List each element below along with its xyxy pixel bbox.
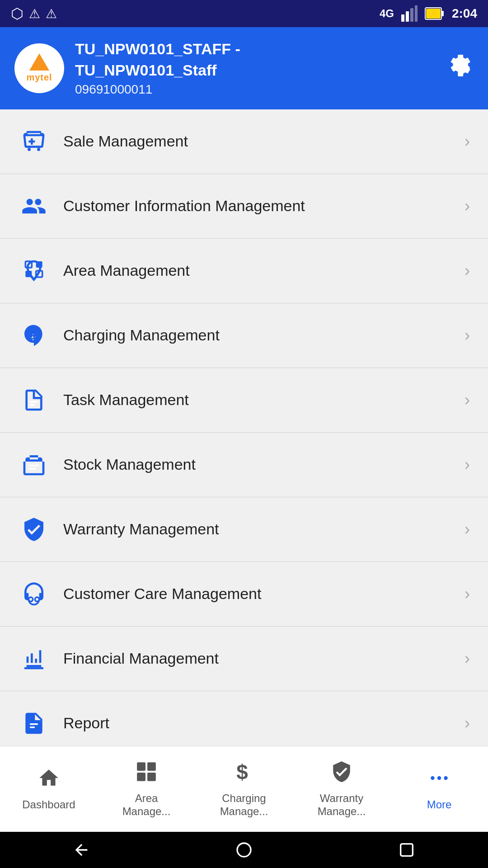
nav-warranty-icon	[330, 760, 353, 788]
svg-text:$: $	[28, 329, 35, 342]
financial-management-chevron: ›	[465, 649, 470, 668]
username-line2: TU_NPW0101_Staff	[75, 61, 240, 80]
network-indicator: 4G	[380, 7, 394, 20]
customer-care-label: Customer Care Management	[63, 585, 465, 603]
nav-area-label: AreaManage...	[122, 792, 171, 818]
svg-point-8	[37, 148, 40, 151]
area-management-label: Area Management	[63, 262, 465, 279]
svg-rect-11	[36, 261, 42, 268]
svg-rect-12	[25, 271, 32, 277]
android-nav	[0, 832, 488, 868]
svg-rect-5	[441, 11, 444, 16]
stock-management-label: Stock Management	[63, 456, 465, 473]
home-button[interactable]	[230, 836, 258, 863]
header-info: TU_NPW0101_STAFF - TU_NPW0101_Staff 0969…	[75, 40, 240, 97]
nav-more-label: More	[427, 798, 452, 811]
svg-rect-17	[28, 465, 39, 467]
task-management-chevron: ›	[465, 391, 470, 410]
menu-item-report[interactable]: Report ›	[0, 691, 488, 746]
nav-more-icon	[428, 767, 450, 795]
battery-icon: ⚡	[425, 5, 445, 22]
svg-point-29	[437, 776, 441, 780]
phone-number: 09691000011	[75, 82, 240, 97]
task-management-label: Task Management	[63, 391, 465, 409]
warning-icon-2: ⚠	[46, 6, 57, 21]
warranty-management-label: Warranty Management	[63, 520, 465, 538]
svg-rect-16	[30, 404, 35, 406]
nav-warranty-manage[interactable]: WarrantyManage...	[293, 753, 390, 826]
financial-management-label: Financial Management	[63, 650, 465, 667]
sale-management-icon	[18, 126, 50, 157]
svg-point-9	[28, 148, 31, 151]
nav-area-manage[interactable]: AreaManage...	[98, 753, 195, 826]
nav-charging-manage[interactable]: $ ChargingManage...	[195, 753, 293, 826]
menu-item-task-management[interactable]: Task Management ›	[0, 368, 488, 433]
task-management-icon	[18, 384, 50, 416]
menu-item-financial-management[interactable]: Financial Management ›	[0, 627, 488, 691]
menu-list: Sale Management › Customer Information M…	[0, 109, 488, 746]
warranty-management-icon	[18, 514, 50, 545]
svg-rect-0	[401, 14, 404, 22]
svg-point-31	[237, 843, 251, 857]
svg-rect-1	[406, 11, 409, 22]
menu-item-warranty-management[interactable]: Warranty Management ›	[0, 497, 488, 562]
logo: mytel	[14, 43, 64, 93]
menu-item-sale-management[interactable]: Sale Management ›	[0, 109, 488, 174]
svg-rect-3	[415, 5, 418, 22]
customer-information-label: Customer Information Management	[63, 197, 465, 215]
menu-item-charging-management[interactable]: $ Charging Management ›	[0, 303, 488, 368]
svg-rect-2	[410, 8, 413, 22]
app-header: mytel TU_NPW0101_STAFF - TU_NPW0101_Staf…	[0, 27, 488, 109]
charging-management-chevron: ›	[465, 326, 470, 345]
nav-dashboard-label: Dashboard	[22, 798, 75, 811]
username-line1: TU_NPW0101_STAFF -	[75, 40, 240, 58]
svg-rect-24	[147, 762, 156, 771]
svg-rect-15	[30, 401, 38, 403]
menu-item-customer-care[interactable]: Customer Care Management ›	[0, 562, 488, 627]
time-display: 2:04	[452, 6, 477, 21]
status-right: 4G ⚡ 2:04	[380, 5, 477, 22]
svg-rect-32	[401, 844, 413, 856]
svg-rect-25	[137, 773, 145, 781]
report-icon	[18, 708, 50, 739]
logo-triangle	[29, 53, 49, 71]
sale-management-label: Sale Management	[63, 132, 465, 150]
settings-button[interactable]	[446, 52, 474, 85]
status-icons: ⬡ ⚠ ⚠	[11, 5, 57, 22]
nav-charging-label: ChargingManage...	[220, 792, 268, 818]
nav-area-icon	[135, 760, 158, 788]
customer-information-icon	[18, 190, 50, 222]
home-icon	[38, 767, 60, 795]
svg-rect-26	[147, 773, 156, 781]
logo-text: mytel	[26, 72, 52, 83]
menu-item-area-management[interactable]: Area Management ›	[0, 239, 488, 303]
menu-item-stock-management[interactable]: Stock Management ›	[0, 433, 488, 497]
bottom-nav: Dashboard AreaManage... $ ChargingManage…	[0, 746, 488, 832]
nav-more[interactable]: More	[390, 760, 488, 819]
charging-management-icon: $	[18, 320, 50, 351]
svg-text:⚡: ⚡	[428, 10, 436, 18]
app-icon: ⬡	[11, 5, 23, 22]
svg-rect-22	[30, 726, 35, 728]
financial-management-icon	[18, 643, 50, 675]
back-button[interactable]	[68, 836, 95, 863]
sale-management-chevron: ›	[465, 132, 470, 151]
report-chevron: ›	[465, 714, 470, 733]
stock-management-icon	[18, 449, 50, 481]
warranty-management-chevron: ›	[465, 520, 470, 539]
svg-text:$: $	[236, 760, 248, 783]
stock-management-chevron: ›	[465, 455, 470, 474]
recents-button[interactable]	[393, 836, 420, 863]
report-label: Report	[63, 714, 465, 732]
svg-rect-23	[137, 762, 145, 771]
nav-charging-icon: $	[233, 760, 255, 788]
signal-icon	[401, 5, 418, 22]
nav-dashboard[interactable]: Dashboard	[0, 760, 98, 819]
nav-warranty-label: WarrantyManage...	[318, 792, 366, 818]
menu-item-customer-information[interactable]: Customer Information Management ›	[0, 174, 488, 239]
svg-rect-18	[28, 468, 36, 470]
charging-management-label: Charging Management	[63, 326, 465, 344]
customer-information-chevron: ›	[465, 197, 470, 216]
customer-care-chevron: ›	[465, 585, 470, 604]
area-management-icon	[18, 255, 50, 287]
